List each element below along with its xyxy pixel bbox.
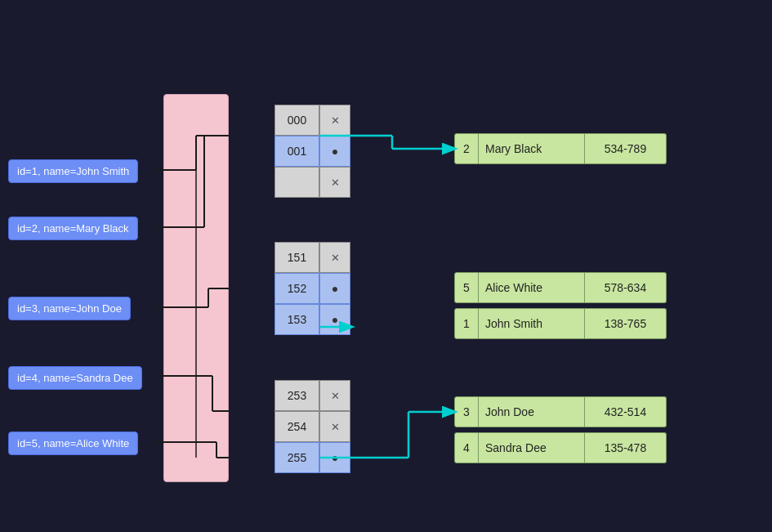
bucket-num-001: 001 [274, 136, 319, 167]
result-phone-mary-black: 534-789 [585, 133, 667, 164]
bucket-group-1: 000 001 [274, 105, 350, 198]
entity-john-doe: id=3, name=John Doe [8, 297, 131, 320]
bucket-num-255: 255 [274, 442, 319, 473]
result-id-4: 4 [454, 432, 479, 463]
bucket-marker-002 [319, 167, 350, 198]
result-group-3: 3 John Doe 432-514 4 Sandra Dee 135-478 [454, 396, 667, 468]
bucket-num-002 [274, 167, 319, 198]
bucket-row-002 [274, 167, 350, 198]
bucket-marker-254 [319, 411, 350, 442]
result-id-1: 1 [454, 308, 479, 339]
result-row-mary-black: 2 Mary Black 534-789 [454, 133, 667, 164]
bucket-num-153: 153 [274, 304, 319, 335]
result-name-alice-white: Alice White [479, 272, 585, 303]
bucket-marker-151 [319, 242, 350, 273]
entity-mary-black: id=2, name=Mary Black [8, 217, 138, 240]
entity-john-smith: id=1, name=John Smith [8, 159, 138, 183]
bucket-marker-001 [319, 136, 350, 167]
bucket-row-153: 153 [274, 304, 350, 335]
result-phone-sandra-dee: 135-478 [585, 432, 667, 463]
result-phone-john-doe: 432-514 [585, 396, 667, 427]
result-phone-alice-white: 578-634 [585, 272, 667, 303]
result-phone-john-smith: 138-765 [585, 308, 667, 339]
diagram-container: id=1, name=John Smith id=2, name=Mary Bl… [0, 0, 772, 532]
result-group-1: 2 Mary Black 534-789 [454, 133, 667, 169]
bucket-row-001: 001 [274, 136, 350, 167]
bucket-num-152: 152 [274, 273, 319, 304]
bucket-row-253: 253 [274, 380, 350, 411]
bucket-num-254: 254 [274, 411, 319, 442]
result-name-mary-black: Mary Black [479, 133, 585, 164]
bucket-num-253: 253 [274, 380, 319, 411]
bucket-group-2: 151 152 153 [274, 242, 350, 335]
bucket-row-254: 254 [274, 411, 350, 442]
bucket-row-151: 151 [274, 242, 350, 273]
result-name-john-smith: John Smith [479, 308, 585, 339]
entity-sandra-dee: id=4, name=Sandra Dee [8, 366, 142, 390]
bucket-num-151: 151 [274, 242, 319, 273]
result-row-john-doe: 3 John Doe 432-514 [454, 396, 667, 427]
result-id-3: 3 [454, 396, 479, 427]
bucket-num-000: 000 [274, 105, 319, 136]
result-id-5: 5 [454, 272, 479, 303]
bucket-marker-152 [319, 273, 350, 304]
result-row-john-smith: 1 John Smith 138-765 [454, 308, 667, 339]
bucket-row-255: 255 [274, 442, 350, 473]
result-group-2: 5 Alice White 578-634 1 John Smith 138-7… [454, 272, 667, 344]
result-name-john-doe: John Doe [479, 396, 585, 427]
bucket-marker-253 [319, 380, 350, 411]
bucket-marker-255 [319, 442, 350, 473]
bucket-marker-153 [319, 304, 350, 335]
result-name-sandra-dee: Sandra Dee [479, 432, 585, 463]
result-row-sandra-dee: 4 Sandra Dee 135-478 [454, 432, 667, 463]
result-row-alice-white: 5 Alice White 578-634 [454, 272, 667, 303]
bucket-marker-000 [319, 105, 350, 136]
entity-alice-white: id=5, name=Alice White [8, 431, 138, 455]
bucket-row-000: 000 [274, 105, 350, 136]
result-id-2: 2 [454, 133, 479, 164]
hash-table-background [163, 94, 229, 482]
bucket-group-3: 253 254 255 [274, 380, 350, 473]
bucket-row-152: 152 [274, 273, 350, 304]
